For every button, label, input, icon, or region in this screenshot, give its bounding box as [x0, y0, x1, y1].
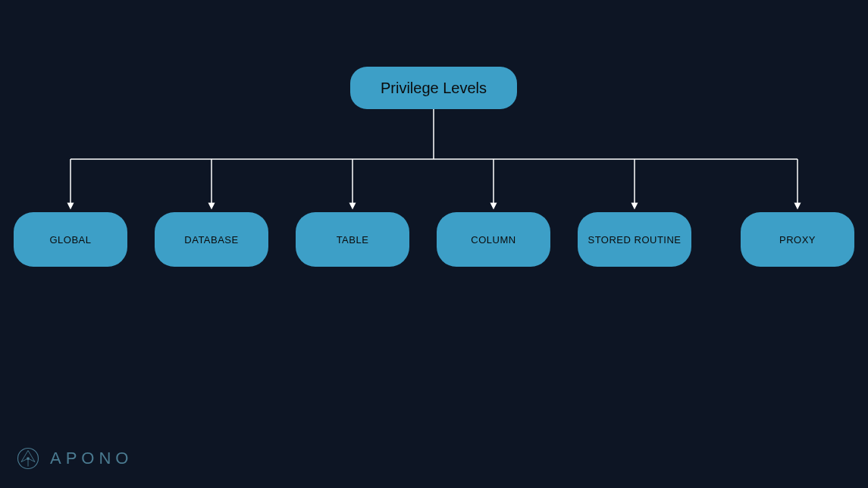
apono-logo-icon	[17, 447, 39, 470]
child-node-label: TABLE	[337, 234, 369, 246]
brand-name: APONO	[50, 449, 133, 468]
child-node-stored-routine: STORED ROUTINE	[578, 212, 691, 267]
root-node-label: Privilege Levels	[381, 80, 487, 97]
child-node-global: GLOBAL	[14, 212, 127, 267]
child-node-label: GLOBAL	[49, 234, 91, 246]
child-node-label: PROXY	[779, 234, 816, 246]
child-node-label: STORED ROUTINE	[588, 234, 681, 246]
svg-point-9	[27, 457, 30, 460]
root-node-privilege-levels: Privilege Levels	[350, 67, 517, 109]
child-node-label: COLUMN	[471, 234, 515, 246]
brand-logo: APONO	[17, 447, 133, 470]
child-node-label: DATABASE	[184, 234, 238, 246]
child-node-database: DATABASE	[155, 212, 268, 267]
child-node-column: COLUMN	[437, 212, 550, 267]
child-node-table: TABLE	[296, 212, 409, 267]
child-node-proxy: PROXY	[741, 212, 854, 267]
